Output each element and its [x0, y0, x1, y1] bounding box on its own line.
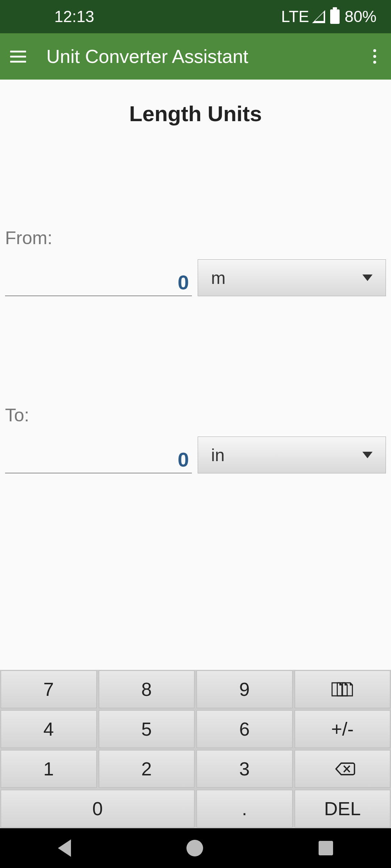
- status-network: LTE: [281, 8, 309, 26]
- nav-home-icon[interactable]: [186, 840, 203, 856]
- keypad: 7 8 9 4 5 6 +/- 1 2 3 0 . DEL: [0, 670, 391, 828]
- from-row: 0 m: [5, 259, 386, 296]
- to-unit-label: in: [211, 445, 224, 465]
- from-unit-dropdown[interactable]: m: [198, 259, 386, 296]
- page-title: Length Units: [5, 101, 386, 126]
- key-copy[interactable]: [295, 671, 391, 708]
- status-time: 12:13: [54, 8, 94, 26]
- app-title: Unit Converter Assistant: [46, 46, 366, 67]
- main-content: Length Units From: 0 m To: 0 in: [0, 80, 391, 670]
- key-6[interactable]: 6: [197, 710, 293, 748]
- key-dot[interactable]: .: [197, 790, 293, 827]
- overflow-icon[interactable]: [366, 46, 384, 67]
- status-battery: 80%: [345, 8, 377, 26]
- from-unit-label: m: [211, 268, 226, 288]
- key-2[interactable]: 2: [99, 750, 195, 788]
- to-unit-dropdown[interactable]: in: [198, 437, 386, 473]
- to-row: 0 in: [5, 437, 386, 473]
- key-9[interactable]: 9: [197, 671, 293, 708]
- key-0[interactable]: 0: [1, 790, 194, 827]
- key-7[interactable]: 7: [1, 671, 97, 708]
- app-bar: Unit Converter Assistant: [0, 33, 391, 80]
- battery-icon: [330, 9, 340, 24]
- chevron-down-icon: [362, 452, 373, 458]
- key-8[interactable]: 8: [99, 671, 195, 708]
- key-del[interactable]: DEL: [295, 790, 391, 827]
- key-3[interactable]: 3: [197, 750, 293, 788]
- copy-icon: [329, 680, 356, 699]
- status-right: LTE 80%: [281, 8, 377, 26]
- chevron-down-icon: [362, 275, 373, 281]
- to-value-input[interactable]: 0: [5, 446, 192, 473]
- nav-back-icon[interactable]: [58, 839, 71, 857]
- status-bar: 12:13 LTE 80%: [0, 0, 391, 33]
- signal-icon: [312, 10, 325, 23]
- key-plus-minus[interactable]: +/-: [295, 710, 391, 748]
- from-value-input[interactable]: 0: [5, 269, 192, 296]
- nav-recent-icon[interactable]: [319, 841, 333, 855]
- nav-bar: [0, 828, 391, 868]
- from-label: From:: [5, 227, 386, 248]
- key-backspace[interactable]: [295, 750, 391, 788]
- backspace-icon: [329, 760, 356, 778]
- key-1[interactable]: 1: [1, 750, 97, 788]
- menu-icon[interactable]: [7, 51, 29, 63]
- key-5[interactable]: 5: [99, 710, 195, 748]
- to-label: To:: [5, 405, 386, 426]
- key-4[interactable]: 4: [1, 710, 97, 748]
